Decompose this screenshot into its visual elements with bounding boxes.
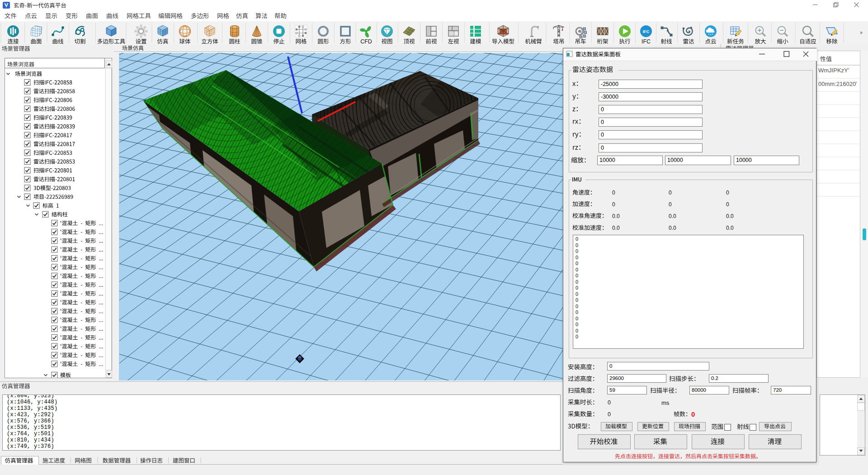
svg-text:y: y [357,95,359,100]
